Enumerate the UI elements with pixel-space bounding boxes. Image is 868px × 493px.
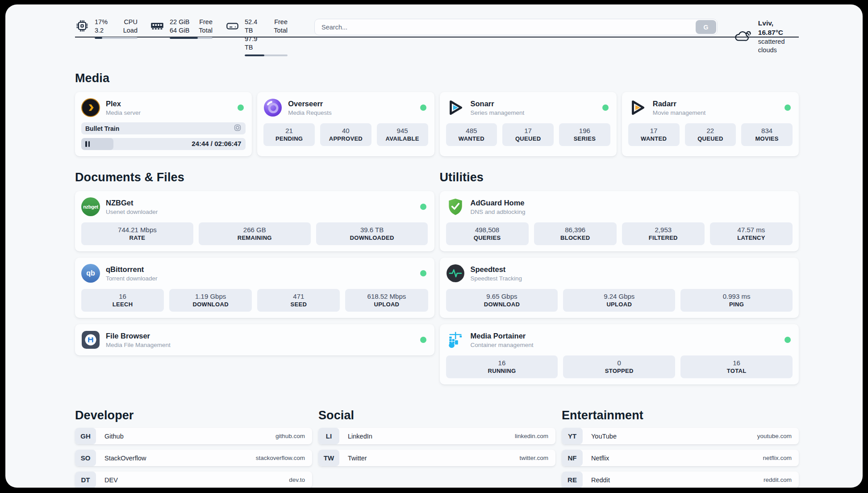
- weather-condition: scattered clouds: [758, 38, 799, 55]
- status-dot: [420, 104, 426, 111]
- link-name: Twitter: [348, 455, 367, 462]
- ram-total-value: 64 GiB: [170, 26, 189, 35]
- cloud-icon: [734, 28, 752, 46]
- app-name: Radarr: [653, 100, 779, 108]
- app-card-filebrowser[interactable]: File Browser Media File Management: [75, 324, 434, 355]
- radarr-icon: [628, 98, 647, 117]
- search-input[interactable]: [314, 19, 718, 35]
- link-linkedin[interactable]: LI LinkedIn linkedin.com: [318, 428, 555, 444]
- disk-progress-bar: [245, 54, 288, 56]
- app-name: Speedtest: [471, 265, 793, 274]
- speedtest-icon: [446, 264, 465, 283]
- stat-available: 945AVAILABLE: [377, 123, 428, 146]
- stat-total: 16TOTAL: [680, 355, 793, 378]
- link-name: Github: [104, 433, 124, 440]
- stat-running: 16RUNNING: [446, 355, 558, 378]
- disk-free-label: Free: [274, 18, 288, 26]
- app-card-sonarr[interactable]: Sonarr Series management 485WANTED 17QUE…: [440, 92, 617, 156]
- link-url: twitter.com: [519, 455, 548, 461]
- app-card-plex[interactable]: Plex Media server Bullet Train: [75, 92, 252, 156]
- link-netflix[interactable]: NF Netflix netflix.com: [562, 450, 799, 466]
- stat-seed: 471SEED: [257, 289, 340, 312]
- link-name: LinkedIn: [348, 433, 372, 440]
- section-title-documents: Documents & Files: [75, 171, 434, 184]
- stat-movies: 834MOVIES: [741, 123, 793, 146]
- stat-wanted: 17WANTED: [628, 123, 680, 146]
- app-name: AdGuard Home: [471, 199, 793, 207]
- link-twitter[interactable]: TW Twitter twitter.com: [318, 450, 555, 466]
- disk-free-value: 52.4 TB: [245, 18, 266, 35]
- app-description: Media File Management: [106, 342, 414, 348]
- link-url: youtube.com: [757, 433, 792, 439]
- cpu-progress-bar: [95, 37, 138, 39]
- status-dot: [785, 337, 791, 343]
- app-description: Media Requests: [288, 109, 414, 116]
- stat-remaining: 266 GBREMAINING: [199, 222, 311, 245]
- app-card-radarr[interactable]: Radarr Movie management 17WANTED 22QUEUE…: [622, 92, 799, 156]
- link-url: linkedin.com: [515, 433, 548, 439]
- link-dev[interactable]: DT DEV dev.to: [75, 472, 312, 488]
- stat-blocked: 86,396BLOCKED: [534, 222, 617, 245]
- link-url: netflix.com: [763, 455, 792, 461]
- link-url: reddit.com: [764, 476, 792, 483]
- app-card-portainer[interactable]: Media Portainer Container management 16R…: [440, 324, 799, 384]
- link-url: github.com: [275, 433, 305, 439]
- video-camera-icon: [234, 124, 242, 134]
- app-card-overseerr[interactable]: Overseerr Media Requests 21PENDING 40APP…: [257, 92, 434, 156]
- link-stackoverflow[interactable]: SO StackOverflow stackoverflow.com: [75, 450, 312, 466]
- link-name: YouTube: [591, 433, 617, 440]
- portainer-icon: [446, 330, 465, 349]
- app-card-adguard[interactable]: AdGuard Home DNS and adblocking 498,508Q…: [440, 191, 799, 251]
- link-name: Reddit: [591, 476, 610, 484]
- app-name: qBittorrent: [106, 265, 414, 274]
- stat-queued: 17QUEUED: [502, 123, 554, 146]
- section-title-utilities: Utilities: [440, 171, 799, 184]
- app-card-speedtest[interactable]: Speedtest Speedtest Tracking 9.65 GbpsDO…: [440, 258, 799, 318]
- weather-location: Lviv, 16.87°C: [758, 19, 799, 38]
- stat-download: 1.19 GbpsDOWNLOAD: [169, 289, 252, 312]
- cpu-label: CPU: [123, 18, 138, 26]
- status-dot: [420, 337, 426, 343]
- link-url: stackoverflow.com: [256, 455, 305, 461]
- stat-downloaded: 39.6 TBDOWNLOADED: [316, 222, 428, 245]
- app-name: Overseerr: [288, 100, 414, 108]
- app-card-nzbget[interactable]: nzbget NZBGet Usenet downloader 744.21 M…: [75, 191, 434, 251]
- link-name: StackOverflow: [104, 455, 146, 462]
- app-card-qbittorrent[interactable]: qb qBittorrent Torrent downloader 16LEEC…: [75, 258, 434, 318]
- search-engine-button[interactable]: G: [696, 20, 716, 34]
- dashboard-panel: 17% 3.2 CPU Load: [5, 4, 863, 488]
- status-dot: [602, 104, 609, 111]
- link-badge: RE: [562, 472, 583, 488]
- cpu-icon: [75, 19, 89, 33]
- link-badge: YT: [562, 428, 583, 444]
- stat-latency: 47.57 msLATENCY: [710, 222, 793, 245]
- link-youtube[interactable]: YT YouTube youtube.com: [562, 428, 799, 444]
- stat-wanted: 485WANTED: [446, 123, 497, 146]
- app-name: NZBGet: [106, 199, 414, 207]
- stat-download: 9.65 GbpsDOWNLOAD: [446, 289, 558, 312]
- link-name: DEV: [104, 476, 118, 484]
- ram-progress-bar: [170, 37, 213, 39]
- stat-stopped: 0STOPPED: [563, 355, 675, 378]
- stat-rate: 744.21 MbpsRATE: [81, 222, 193, 245]
- ram-total-label: Total: [199, 26, 213, 35]
- link-github[interactable]: GH Github github.com: [75, 428, 312, 444]
- cpu-widget: 17% 3.2 CPU Load: [75, 18, 138, 39]
- status-dot: [238, 104, 244, 111]
- app-name: File Browser: [106, 332, 414, 340]
- stat-queued: 22QUEUED: [685, 123, 736, 146]
- stat-queries: 498,508QUERIES: [446, 222, 529, 245]
- search-box: G: [314, 19, 718, 35]
- link-reddit[interactable]: RE Reddit reddit.com: [562, 472, 799, 488]
- cpu-usage-value: 17%: [95, 18, 108, 26]
- disk-total-value: 97.9 TB: [245, 35, 266, 52]
- app-name: Plex: [106, 100, 232, 108]
- link-name: Netflix: [591, 455, 609, 462]
- stat-upload: 9.24 GbpsUPLOAD: [563, 289, 675, 312]
- playback-progress-bar: 24:44 / 02:06:47: [81, 138, 246, 150]
- link-badge: NF: [562, 450, 583, 466]
- stat-series: 196SERIES: [559, 123, 610, 146]
- pause-icon[interactable]: [85, 141, 90, 147]
- section-title-media: Media: [75, 71, 799, 85]
- stat-approved: 40APPROVED: [320, 123, 371, 146]
